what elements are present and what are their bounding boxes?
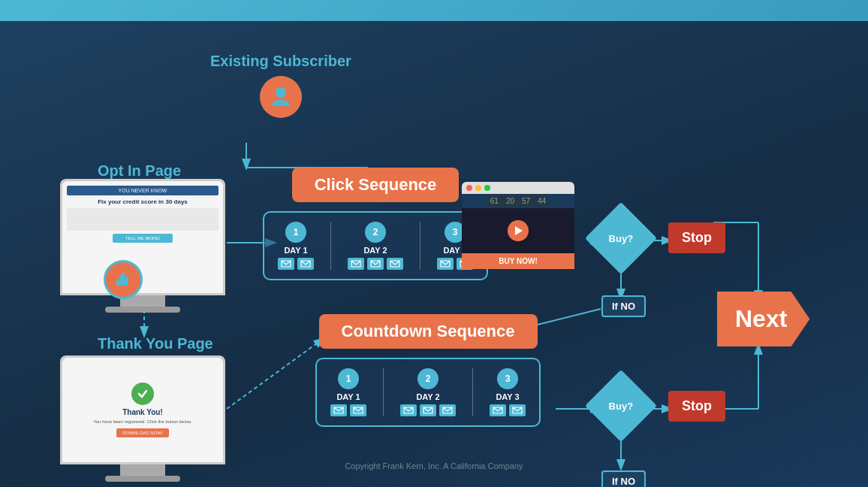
divider	[420, 222, 420, 270]
screen-cta-btn: TELL ME MORE!	[113, 234, 173, 243]
email-icon	[420, 404, 436, 416]
click-day-2-emails	[348, 258, 403, 270]
countdown-day-1-circle: 1	[338, 368, 359, 389]
svg-point-17	[276, 87, 286, 98]
stop-button-2[interactable]: Stop	[668, 391, 725, 422]
browser-dot-green	[484, 185, 490, 191]
svg-marker-19	[515, 226, 523, 235]
stop-button-1[interactable]: Stop	[668, 222, 725, 253]
existing-subscriber-label: Existing Subscriber	[210, 53, 351, 70]
countdown-day-1-label: DAY 1	[336, 392, 360, 401]
click-day-2-circle: 2	[365, 222, 386, 243]
stop-wrapper-1: Stop	[668, 222, 725, 253]
buy-diamond-1: Buy?	[585, 202, 657, 274]
countdown-day-2: 2 DAY 2	[400, 368, 456, 416]
sales-page: 61 20 57 44 BUY NOW!	[462, 182, 574, 269]
countdown-day-3: 3 DAY 3	[490, 368, 526, 416]
email-icon	[350, 404, 366, 416]
opt-in-monitor: YOU NEVER KNOW Fix your credit score in …	[60, 179, 225, 313]
screen-header: YOU NEVER KNOW	[67, 186, 219, 195]
click-day-1: 1 DAY 1	[278, 222, 314, 270]
main-area: Existing Subscriber Opt In Page YOU NEVE…	[0, 21, 868, 487]
thank-you-screen-content: Thank You! You have been registered. Cli…	[62, 358, 223, 462]
countdown-day-1: 1 DAY 1	[330, 368, 366, 416]
divider	[472, 368, 473, 416]
countdown-day-2-label: DAY 2	[416, 392, 439, 401]
if-no-1: If NO	[601, 295, 646, 317]
timer-digit-3: 57	[520, 196, 532, 206]
browser-dot-yellow	[475, 185, 481, 191]
thank-you-text: Thank You!	[122, 408, 163, 416]
person-icon	[260, 76, 302, 118]
click-day-1-circle: 1	[285, 222, 306, 243]
existing-subscriber-section: Existing Subscriber	[210, 53, 351, 118]
countdown-day-2-circle: 2	[417, 368, 439, 389]
countdown-day-3-circle: 3	[497, 368, 518, 389]
thank-you-screen: Thank You! You have been registered. Cli…	[60, 355, 225, 464]
email-icon	[278, 258, 294, 270]
opt-in-label: Opt In Page	[98, 162, 181, 180]
email-icon	[439, 404, 456, 416]
download-btn: DOWNLOAD NOW!	[116, 428, 168, 437]
countdown-day-2-emails	[400, 404, 456, 416]
thumbs-icon	[104, 260, 143, 299]
countdown-day-3-label: DAY 3	[496, 392, 519, 401]
countdown-sequence-title: Countdown Sequence	[319, 314, 538, 349]
browser-bar	[462, 182, 574, 194]
thank-you-label: Thank You Page	[98, 335, 213, 352]
countdown-sequence-box: 1 DAY 1 2 DAY 2	[315, 358, 541, 427]
copyright: Copyright Frank Kern, Inc. A California …	[345, 461, 523, 470]
email-icon	[387, 258, 403, 270]
email-icon	[330, 404, 347, 416]
screen-title: Fix your credit score in 30 days	[67, 198, 219, 205]
monitor-stand2	[120, 464, 165, 476]
click-day-2: 2 DAY 2	[348, 222, 403, 270]
timer-digit-2: 20	[504, 196, 517, 206]
timer-digit-1: 61	[488, 196, 501, 206]
email-icon	[367, 258, 384, 270]
next-wrapper: Next	[717, 292, 809, 346]
buy-decision-1: Buy?	[595, 213, 646, 264]
click-day-1-label: DAY 1	[284, 246, 307, 255]
email-icon	[400, 404, 417, 416]
countdown-day-1-emails	[330, 404, 366, 416]
svg-line-9	[227, 339, 323, 409]
click-sequence-box: 1 DAY 1 2 DAY 2	[263, 211, 488, 280]
play-button[interactable]	[508, 220, 529, 241]
browser-dot-red	[466, 185, 472, 191]
buy-diamond-2: Buy?	[585, 370, 657, 442]
countdown-sequence-section: Countdown Sequence 1 DAY 1 2	[315, 314, 541, 427]
stop-wrapper-2: Stop	[668, 391, 725, 422]
svg-rect-18	[116, 280, 119, 286]
click-sequence-section: Click Sequence 1 DAY 1 2 DAY	[263, 168, 488, 280]
check-circle	[131, 383, 154, 405]
buy-now-btn[interactable]: BUY NOW!	[462, 253, 574, 269]
opt-in-screen: YOU NEVER KNOW Fix your credit score in …	[60, 179, 225, 295]
buy-decision-2: Buy?	[595, 380, 646, 431]
monitor-base	[105, 307, 180, 313]
countdown-day-3-emails	[490, 404, 526, 416]
video-area	[462, 208, 574, 253]
email-icon	[490, 404, 506, 416]
next-button[interactable]: Next	[717, 292, 809, 346]
email-icon	[509, 404, 526, 416]
if-no-2: If NO	[601, 470, 646, 487]
email-icon	[348, 258, 364, 270]
email-icon	[437, 258, 454, 270]
click-day-2-label: DAY 2	[363, 246, 387, 255]
monitor-base2	[105, 476, 180, 482]
opt-in-screen-content: YOU NEVER KNOW Fix your credit score in …	[62, 181, 223, 293]
buy-diamond-2-text: Buy?	[609, 401, 634, 412]
thank-you-monitor: Thank You! You have been registered. Cli…	[60, 355, 225, 482]
divider	[330, 222, 331, 270]
click-day-1-emails	[278, 258, 314, 270]
timer-bar: 61 20 57 44	[462, 194, 574, 208]
buy-diamond-1-text: Buy?	[609, 233, 634, 244]
email-icon	[297, 258, 314, 270]
click-sequence-title: Click Sequence	[292, 168, 460, 202]
timer-digit-4: 44	[535, 196, 548, 206]
top-bar	[0, 0, 868, 21]
divider	[383, 368, 384, 416]
thank-you-body: You have been registered. Click the butt…	[93, 419, 192, 424]
